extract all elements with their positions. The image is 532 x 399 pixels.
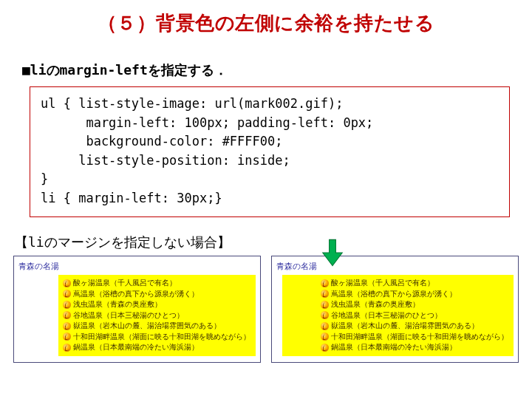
example-left-list: 酸ヶ湯温泉（千人風呂で有名） 蔦温泉（浴槽の真下から源泉が湧く） 浅虫温泉（青森…	[58, 275, 256, 356]
bullet-icon	[63, 332, 71, 341]
list-item: 鍋温泉（日本最南端の冷たい海浜湯）	[287, 342, 509, 353]
list-item: 谷地温泉（日本三秘湯のひとつ）	[63, 310, 251, 321]
bullet-icon	[321, 322, 329, 330]
example-heading-left: 青森の名湯	[18, 261, 256, 272]
bullet-icon	[321, 290, 329, 298]
bullet-icon	[321, 311, 329, 319]
list-item: 浅虫温泉（青森の奥座敷）	[287, 299, 509, 310]
bullet-icon	[63, 322, 71, 330]
list-item: 十和田湖畔温泉（湖面に映る十和田湖を眺めながら）	[287, 332, 509, 343]
down-arrow-icon	[316, 236, 349, 269]
list-item: 嶽温泉（岩木山の麓、湯治場雰囲気のある）	[287, 321, 509, 332]
list-item: 酸ヶ湯温泉（千人風呂で有名）	[287, 278, 509, 289]
bullet-icon	[321, 279, 329, 287]
example-right: 青森の名湯 酸ヶ湯温泉（千人風呂で有名） 蔦温泉（浴槽の真下から源泉が湧く） 浅…	[271, 256, 519, 363]
slide-title: （５）背景色の左側に余裕を持たせる	[0, 0, 532, 44]
bullet-icon	[321, 332, 329, 341]
example-heading-right: 青森の名湯	[276, 261, 514, 272]
list-item: 谷地温泉（日本三秘湯のひとつ）	[287, 310, 509, 321]
bullet-icon	[63, 290, 71, 298]
bullet-icon	[63, 344, 71, 352]
list-item: 鍋温泉（日本最南端の冷たい海浜湯）	[63, 342, 251, 353]
list-item: 酸ヶ湯温泉（千人風呂で有名）	[63, 278, 251, 289]
bullet-icon	[63, 279, 71, 287]
bullet-icon	[321, 301, 329, 309]
bullet-icon	[63, 301, 71, 309]
code-block: ul { list-style-image: url(mark002.gif);…	[30, 86, 510, 217]
list-item: 蔦温泉（浴槽の真下から源泉が湧く）	[63, 289, 251, 300]
example-right-list: 酸ヶ湯温泉（千人風呂で有名） 蔦温泉（浴槽の真下から源泉が湧く） 浅虫温泉（青森…	[282, 275, 514, 356]
examples-row: 青森の名湯 酸ヶ湯温泉（千人風呂で有名） 蔦温泉（浴槽の真下から源泉が湧く） 浅…	[13, 256, 519, 363]
list-item: 浅虫温泉（青森の奥座敷）	[63, 299, 251, 310]
example-left: 青森の名湯 酸ヶ湯温泉（千人風呂で有名） 蔦温泉（浴槽の真下から源泉が湧く） 浅…	[13, 256, 261, 363]
list-item: 嶽温泉（岩木山の麓、湯治場雰囲気のある）	[63, 321, 251, 332]
list-item: 十和田湖畔温泉（湖面に映る十和田湖を眺めながら）	[63, 332, 251, 343]
section-subheading: ■liのmargin-leftを指定する．	[22, 61, 532, 79]
bullet-icon	[63, 311, 71, 319]
example-caption: 【liのマージンを指定しない場合】	[15, 233, 532, 251]
list-item: 蔦温泉（浴槽の真下から源泉が湧く）	[287, 289, 509, 300]
bullet-icon	[321, 344, 329, 352]
